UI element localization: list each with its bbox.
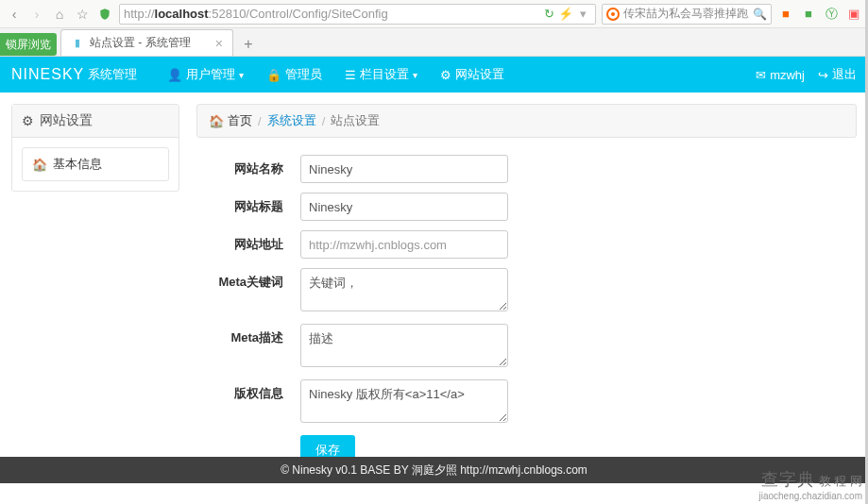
browser-toolbar: ‹ › ⌂ ☆ http://localhost:52810/Control/C… [0,0,868,28]
watermark-line2: jiaocheng.chazidian.com [758,491,862,502]
refresh-icon[interactable]: ↻ [540,6,557,23]
ext3-icon[interactable]: Ⓨ [823,6,840,23]
caret-icon: ▾ [413,70,417,80]
nav-logout-label: 退出 [832,66,857,83]
nav-user[interactable]: ✉ mzwhj [756,68,805,82]
nav-username: mzwhj [770,68,805,82]
watermark-line1: 查字典 [761,470,815,489]
home-icon: 🏠 [32,158,47,172]
nav-user-mgmt[interactable]: 👤 用户管理 ▾ [156,57,255,92]
label-copyright: 版权信息 [196,379,300,402]
tab-bar: 锁屏浏览 ▮ 站点设置 - 系统管理 × + [0,28,868,57]
breadcrumb-sep: / [258,114,262,128]
label-meta-desc: Meta描述 [196,324,300,346]
app-nav: NINESKY 系统管理 👤 用户管理 ▾ 🔒 管理员 ☰ 栏目设置 ▾ ⚙ 网… [0,57,868,92]
home-icon: 🏠 [209,114,224,128]
side-tag[interactable]: 锁屏浏览 [0,33,57,56]
list-icon: ☰ [345,68,356,82]
label-meta-keywords: Meta关键词 [196,268,300,291]
dropdown-icon[interactable]: ▾ [574,6,591,23]
nav-label: 用户管理 [186,66,235,83]
breadcrumb-sep: / [322,114,326,128]
url-path: :52810/Control/Config/SiteConfig [209,7,388,21]
shield-icon[interactable] [96,6,113,23]
nav-site-settings[interactable]: ⚙ 网站设置 [429,57,516,92]
input-site-name[interactable] [300,155,508,183]
back-button[interactable]: ‹ [6,6,23,23]
form: 网站名称 网站标题 网站地址 Meta关键词 Meta描述 版权信息 [196,155,857,465]
brand-sub: 系统管理 [88,66,137,83]
nav-columns[interactable]: ☰ 栏目设置 ▾ [333,57,429,92]
watermark-line1b: 教 程 网 [819,474,862,488]
user-icon: 👤 [167,68,182,82]
textarea-copyright[interactable] [300,379,508,423]
main: 🏠 首页 / 系统设置 / 站点设置 网站名称 网站标题 网站地址 Meta关键… [196,104,857,475]
ext1-icon[interactable]: ■ [777,6,794,23]
ext4-icon[interactable]: ▣ [845,6,862,23]
tab-close-icon[interactable]: × [215,36,223,51]
footer: © Ninesky v0.1 BASE BY 洞庭夕照 http://mzwhj… [0,457,868,483]
gear-icon: ⚙ [22,113,34,128]
magnifier-icon[interactable]: 🔍 [753,8,767,21]
watermark: 查字典 教 程 网 jiaocheng.chazidian.com [758,470,862,502]
breadcrumb-home[interactable]: 🏠 首页 [209,112,252,129]
nav-label: 管理员 [285,66,322,83]
sidebar-item-basic[interactable]: 🏠 基本信息 [22,147,169,181]
textarea-meta-keywords[interactable] [300,268,508,311]
url-host: localhost [155,7,209,21]
label-site-name: 网站名称 [196,155,300,177]
tab-favicon-icon: ▮ [71,37,84,50]
forward-button[interactable]: › [28,6,45,23]
brand[interactable]: NINESKY [11,66,84,83]
sidebar-heading: ⚙ 网站设置 [12,105,179,138]
ext2-icon[interactable]: ■ [800,6,817,23]
tab-site-config[interactable]: ▮ 站点设置 - 系统管理 × [60,29,233,56]
browser-search[interactable]: 传宋喆为私会马蓉推掉跑男 🔍 [602,4,772,25]
search-placeholder: 传宋喆为私会马蓉推掉跑男 [623,6,749,22]
favorite-button[interactable]: ☆ [74,6,91,23]
sidebar-title: 网站设置 [40,112,93,129]
breadcrumb-system[interactable]: 系统设置 [267,112,316,129]
sidebar-item-label: 基本信息 [53,156,102,173]
input-site-url[interactable] [300,230,508,259]
breadcrumb: 🏠 首页 / 系统设置 / 站点设置 [196,104,857,138]
layout: ⚙ 网站设置 🏠 基本信息 🏠 首页 / 系统设置 / 站点设置 网 [0,92,868,486]
url-prefix: http:// [124,7,155,21]
input-site-title[interactable] [300,193,508,221]
mail-icon: ✉ [756,68,766,82]
search-engine-icon [606,8,620,21]
breadcrumb-current: 站点设置 [331,112,380,129]
textarea-meta-desc[interactable] [300,324,508,367]
new-tab-button[interactable]: + [237,33,260,56]
nav-label: 栏目设置 [360,66,409,83]
tab-title: 站点设置 - 系统管理 [90,35,191,51]
nav-label: 网站设置 [455,66,504,83]
home-button[interactable]: ⌂ [51,6,68,23]
label-site-title: 网站标题 [196,193,300,215]
bolt-icon[interactable]: ⚡ [557,6,574,23]
url-bar[interactable]: http://localhost:52810/Control/Config/Si… [119,4,596,25]
caret-icon: ▾ [239,70,244,80]
nav-logout[interactable]: ↪ 退出 [818,66,857,83]
logout-icon: ↪ [818,68,828,82]
sidebar-panel: ⚙ 网站设置 🏠 基本信息 [11,104,179,192]
sidebar: ⚙ 网站设置 🏠 基本信息 [11,104,179,475]
nav-admin[interactable]: 🔒 管理员 [255,57,333,92]
gear-icon: ⚙ [440,68,451,82]
label-site-url: 网站地址 [196,230,300,253]
lock-icon: 🔒 [266,68,281,82]
